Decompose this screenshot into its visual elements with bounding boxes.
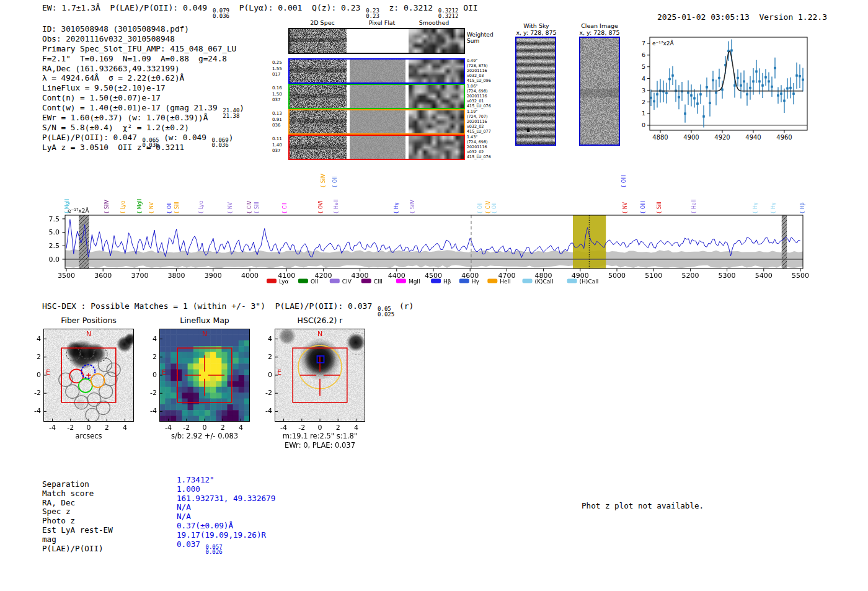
data-point bbox=[795, 74, 798, 77]
data-point bbox=[706, 86, 708, 89]
spec2d-left-label: 0.111.40037 bbox=[272, 136, 287, 154]
label-line: (724, 698) bbox=[467, 89, 491, 94]
line-marker-label: { OIII bbox=[621, 175, 627, 188]
legend-label: CIV bbox=[342, 278, 352, 285]
x-tick-label: 4 bbox=[118, 424, 131, 432]
line-marker-label: { CIV bbox=[485, 200, 491, 214]
label-line: 0.13 bbox=[272, 111, 287, 117]
x-tick-label: 4 bbox=[350, 424, 362, 432]
y-tick-label: 7 bbox=[642, 40, 645, 47]
text-segment: Primary Spec_Slot_IFU_AMP: 415_048_067_L… bbox=[42, 44, 236, 53]
data-point bbox=[786, 87, 789, 90]
x-tick-label: 4000 bbox=[241, 272, 259, 280]
y-tick-label: 2.5 bbox=[49, 242, 60, 250]
line-marker-label: { Hγ bbox=[771, 202, 776, 214]
text-segment: 0.037 bbox=[177, 540, 205, 549]
y-tick-label: 0 bbox=[26, 371, 41, 379]
compass-north: N bbox=[198, 330, 211, 338]
line-marker-label: { OII bbox=[477, 202, 483, 214]
match-row-label: Photo z bbox=[42, 516, 75, 525]
cutout-title-hsc: HSC(26.2) r bbox=[264, 316, 376, 325]
label-line: 037 bbox=[272, 97, 287, 104]
text-segment: P(LAE)/P(OII): 0.047 bbox=[42, 133, 141, 142]
match-row-value: 161.932731, 49.332679 bbox=[177, 494, 275, 503]
info-line: S/N = 5.8(±0.4) χ² = 1.2(±0.2) bbox=[42, 123, 244, 133]
text-segment: Cont(n) = 1.50(±0.07)e-17 bbox=[42, 93, 161, 102]
stacked-uncertainty: 0.0790.036 bbox=[213, 8, 229, 19]
data-point bbox=[709, 102, 711, 104]
y-tick-label: 4 bbox=[642, 75, 645, 82]
label-line: 1.43" bbox=[467, 135, 491, 140]
stacked-uncertainty: 0.230.23 bbox=[366, 8, 379, 19]
photz-note: Phot z plot not available. bbox=[582, 501, 704, 510]
data-point bbox=[733, 84, 736, 87]
data-point bbox=[650, 97, 652, 99]
data-point bbox=[743, 80, 745, 82]
data-point bbox=[730, 50, 733, 52]
line-marker-label: { SiIV bbox=[321, 174, 326, 188]
label-line: 20201116 bbox=[467, 144, 491, 149]
data-point bbox=[715, 91, 717, 94]
line-marker-label: { Lyα bbox=[198, 201, 204, 214]
line-marker-label: { OVI bbox=[318, 200, 324, 214]
text-segment: ) bbox=[239, 103, 244, 112]
text-segment: LineFlux = 9.50(±2.10)e-17 bbox=[42, 83, 166, 92]
legend-swatch bbox=[431, 279, 441, 283]
label-line: 1.06" bbox=[467, 84, 491, 89]
x-tick-label: 0 bbox=[314, 424, 326, 432]
line-marker-label: { OII bbox=[332, 176, 338, 188]
label-line: 036 bbox=[272, 123, 287, 129]
text-segment: N/A bbox=[177, 502, 191, 512]
line-marker-label: { HeII bbox=[334, 200, 339, 214]
text-segment: Obs: 20201116v032_3010508948 bbox=[42, 34, 175, 43]
text-segment: 1.73412" bbox=[177, 475, 215, 484]
gaussian-fit-curve bbox=[651, 51, 803, 91]
y-tick-label: -2 bbox=[142, 389, 157, 397]
legend-swatch bbox=[567, 279, 577, 283]
text-segment: Cont(w) = 1.40(±0.01)e-17 (gmag 21.39 bbox=[42, 103, 222, 112]
label-line: 0.16 bbox=[272, 86, 287, 92]
line-marker-label: { SiII bbox=[254, 202, 260, 214]
match-row-value: N/A bbox=[177, 512, 191, 521]
y-tick-label: 3 bbox=[642, 87, 645, 94]
match-row-label: RA, Dec bbox=[42, 498, 75, 507]
spec2d-right-label: 1.19"(724, 707)20201116v032_02415_LU_077 bbox=[467, 109, 491, 134]
x-tick-label: -4 bbox=[278, 424, 290, 432]
data-point bbox=[699, 93, 702, 96]
match-row-value: N/A bbox=[177, 502, 191, 512]
data-point bbox=[687, 91, 689, 94]
full-spectrum-chart: 0.02.55.07.53500360037003800390040004100… bbox=[0, 155, 831, 288]
legend-label: OII bbox=[311, 278, 318, 285]
x-tick-label: 0 bbox=[198, 424, 211, 432]
line-marker-label: { OII bbox=[167, 202, 172, 214]
line-marker-label: { SiII bbox=[657, 202, 662, 214]
y-tick-label: -2 bbox=[26, 389, 41, 397]
info-line: Obs: 20201116v032_3010508948 bbox=[42, 34, 244, 44]
stacked-uncertainty: 0.32120.3212 bbox=[438, 8, 459, 19]
y-tick-label: 5 bbox=[642, 63, 645, 70]
header-meta: 2025-01-02 03:05:13 Version 1.22.3 bbox=[647, 3, 827, 22]
label-line: 017 bbox=[272, 72, 287, 78]
match-row-value: 0.37(±0.09)Å bbox=[177, 521, 233, 530]
withsky-image bbox=[515, 37, 556, 146]
x-tick-label: 5400 bbox=[755, 272, 773, 280]
data-point bbox=[761, 84, 764, 87]
line-marker-label: { Hγ bbox=[753, 202, 758, 214]
x-tick-label: 5100 bbox=[645, 272, 662, 280]
text-segment: 161.932731, 49.332679 bbox=[177, 494, 275, 503]
spec2d-amp-image bbox=[290, 85, 464, 108]
x-tick-label: 4940 bbox=[745, 134, 761, 141]
legend-swatch bbox=[298, 279, 308, 283]
cutout-image-hsc bbox=[275, 329, 365, 422]
line-marker-label: { OII bbox=[492, 202, 497, 214]
x-tick-label: -2 bbox=[296, 424, 308, 432]
text-segment: λ = 4924.64Å σ = 2.22(±0.62)Å bbox=[42, 73, 184, 82]
text-segment: 0.37(±0.09)Å bbox=[177, 521, 233, 530]
header-stats: EW: 1.7±1.3Å P(LAE)/P(OII): 0.049 0.0790… bbox=[42, 3, 478, 19]
x-tick-label: 5000 bbox=[608, 272, 626, 280]
stacked-uncertainty: 21.4021.38 bbox=[223, 108, 239, 118]
x-tick-label: 4300 bbox=[352, 272, 369, 280]
y-tick-label: 2 bbox=[142, 353, 157, 361]
spec2d-left-label: 0.251.55017 bbox=[272, 60, 287, 78]
data-point bbox=[780, 92, 782, 95]
